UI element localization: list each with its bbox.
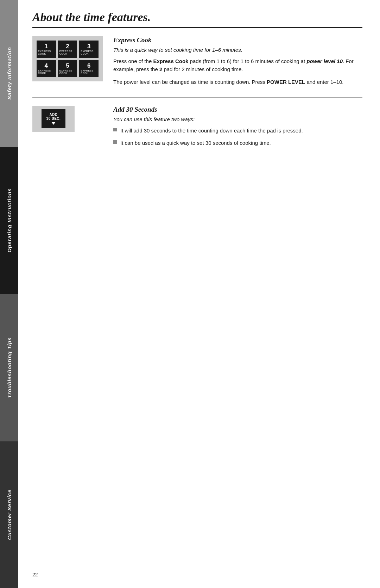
main-content: About the time features. 1 EXPRESS COOK … bbox=[18, 0, 380, 588]
sidebar-label-troubleshooting: Troubleshooting Tips bbox=[6, 337, 12, 398]
express-cook-section: 1 EXPRESS COOK 2 EXPRESS COOK 3 EXPRESS … bbox=[32, 36, 362, 90]
cook-btn-2[interactable]: 2 EXPRESS COOK bbox=[58, 41, 77, 58]
add-30-sec-bullet-list: It will add 30 seconds to the time count… bbox=[113, 126, 362, 147]
page-number: 22 bbox=[32, 565, 362, 577]
cook-btn-5-label: EXPRESS COOK bbox=[59, 69, 76, 74]
cook-btn-2-label: EXPRESS COOK bbox=[59, 50, 76, 55]
sidebar-section-troubleshooting: Troubleshooting Tips bbox=[0, 294, 18, 441]
add-30-sec-heading: Add 30 Seconds bbox=[113, 106, 362, 113]
sidebar-label-safety: Safety Information bbox=[6, 47, 12, 100]
add-30-sec-container: ADD 30 SEC. bbox=[32, 106, 75, 132]
express-cook-bold1: Express Cook bbox=[153, 58, 188, 64]
cook-btn-2-num: 2 bbox=[66, 43, 69, 49]
add-30-sec-image: ADD 30 SEC. bbox=[32, 106, 103, 151]
cook-btn-5-num: 5 bbox=[66, 63, 69, 69]
sidebar-label-operating: Operating Instructions bbox=[6, 188, 12, 253]
cook-btn-5[interactable]: 5 EXPRESS COOK bbox=[58, 60, 77, 77]
add-sec-triangle-icon bbox=[51, 122, 56, 125]
express-cook-body1: Press one of the Express Cook pads (from… bbox=[113, 57, 362, 74]
cook-btn-1-num: 1 bbox=[45, 43, 48, 49]
title-divider bbox=[32, 27, 362, 28]
cook-btn-4[interactable]: 4 EXPRESS COOK bbox=[37, 60, 56, 77]
cook-btn-4-label: EXPRESS COOK bbox=[38, 69, 55, 74]
add-30-seconds-section: ADD 30 SEC. Add 30 Seconds You can use t… bbox=[32, 106, 362, 151]
section-divider bbox=[32, 97, 362, 98]
bullet-square-1 bbox=[113, 128, 117, 131]
add-30-sec-content: Add 30 Seconds You can use this feature … bbox=[113, 106, 362, 151]
express-cook-grid: 1 EXPRESS COOK 2 EXPRESS COOK 3 EXPRESS … bbox=[32, 36, 103, 81]
express-cook-body2: The power level can be changed as time i… bbox=[113, 78, 362, 86]
cook-btn-3-label: EXPRESS COOK bbox=[81, 50, 97, 55]
express-cook-content: Express Cook This is a quick way to set … bbox=[113, 36, 362, 90]
bullet-item-1: It will add 30 seconds to the time count… bbox=[113, 126, 362, 135]
cook-btn-6-num: 6 bbox=[87, 63, 90, 69]
sidebar-section-safety: Safety Information bbox=[0, 0, 18, 147]
cook-btn-1[interactable]: 1 EXPRESS COOK bbox=[37, 41, 56, 58]
express-cook-intro: This is a quick way to set cooking time … bbox=[113, 47, 362, 53]
express-cook-bold4: POWER LEVEL bbox=[267, 79, 305, 85]
cook-btn-4-num: 4 bbox=[45, 63, 48, 69]
sidebar: Safety Information Operating Instruction… bbox=[0, 0, 18, 588]
cook-btn-3[interactable]: 3 EXPRESS COOK bbox=[79, 41, 99, 58]
express-cook-heading: Express Cook bbox=[113, 36, 362, 44]
express-cook-image: 1 EXPRESS COOK 2 EXPRESS COOK 3 EXPRESS … bbox=[32, 36, 103, 90]
bullet-text-2: It can be used as a quick way to set 30 … bbox=[120, 139, 271, 147]
page-title: About the time features. bbox=[32, 11, 362, 24]
cook-btn-6-label: EXPRESS COOK bbox=[81, 69, 97, 74]
bullet-square-2 bbox=[113, 140, 117, 144]
add-sec-line1: ADD bbox=[49, 113, 57, 117]
bullet-text-1: It will add 30 seconds to the time count… bbox=[120, 126, 303, 135]
sidebar-section-operating: Operating Instructions bbox=[0, 147, 18, 295]
cook-btn-6[interactable]: 6 EXPRESS COOK bbox=[79, 60, 99, 77]
add-30-sec-button[interactable]: ADD 30 SEC. bbox=[42, 109, 66, 128]
sidebar-label-customer: Customer Service bbox=[6, 489, 12, 540]
sidebar-section-customer: Customer Service bbox=[0, 441, 18, 588]
cook-btn-3-num: 3 bbox=[87, 43, 90, 49]
add-30-sec-intro: You can use this feature two ways: bbox=[113, 116, 362, 122]
bullet-item-2: It can be used as a quick way to set 30 … bbox=[113, 139, 362, 147]
cook-btn-1-label: EXPRESS COOK bbox=[38, 50, 55, 55]
add-sec-line2: 30 SEC. bbox=[46, 117, 61, 120]
express-cook-bold3: 2 bbox=[159, 66, 162, 72]
express-cook-bold2: power level 10 bbox=[306, 58, 343, 64]
